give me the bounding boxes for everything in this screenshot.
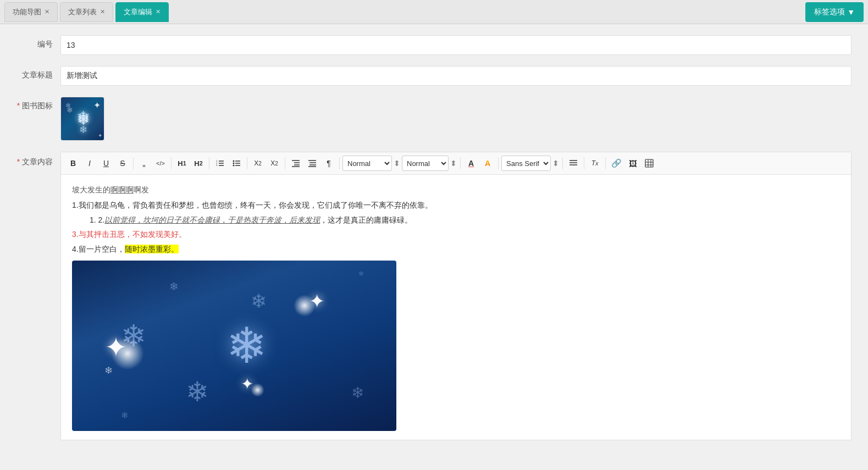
editor-line1: 坡大发生的啊啊啊啊发 [72, 184, 840, 196]
toolbar-sep-5 [285, 157, 285, 169]
title-row: 文章标题 [16, 66, 852, 86]
subscript-button[interactable]: X2 [250, 156, 266, 171]
unordered-list-button[interactable] [229, 156, 244, 171]
svg-point-10 [233, 163, 235, 164]
title-input[interactable] [60, 66, 852, 86]
editor-toolbar: B I U S „ </> H1 H2 1. 2. [61, 152, 851, 175]
svg-point-9 [233, 161, 235, 162]
book-icon-upload[interactable]: ❄ ❄ ❄ ✦ ✦ [60, 97, 104, 141]
svg-rect-23 [645, 159, 653, 167]
book-icon-image: ❄ ❄ ❄ ✦ ✦ [61, 97, 104, 141]
font-family-select[interactable]: Sans Serif Serif Monospace [501, 156, 551, 171]
tab-article-list-label: 文章列表 [68, 7, 97, 17]
toolbar-sep-3 [209, 157, 209, 169]
toolbar-sep-4 [247, 157, 247, 169]
blockquote-button[interactable]: „ [136, 156, 152, 171]
superscript-button[interactable]: X2 [267, 156, 282, 171]
paragraph-button[interactable]: ¶ [321, 156, 336, 171]
tab-func-nav-label: 功能导图 [13, 7, 41, 17]
content-label: 文章内容 [16, 152, 60, 167]
code-button[interactable]: </> [153, 156, 168, 171]
editor-line2a: 1. 2.以前觉得，坎坷的日子就不会庸碌，于是热衷于奔波，后来发现，这才是真正的… [90, 214, 840, 226]
snowflake-icon-5: ❄ [351, 381, 364, 406]
tag-select-button[interactable]: 标签选项 ▼ [805, 2, 864, 22]
tab-article-list-close[interactable]: ✕ [100, 8, 105, 15]
tab-func-nav-close[interactable]: ✕ [45, 8, 49, 15]
snowflake-icon-9: ❄ [358, 269, 364, 279]
book-icon-container: ❄ ❄ ❄ ✦ ✦ [60, 97, 104, 141]
editor-line4: 4.留一片空白，随时浓墨重彩。 [72, 243, 840, 255]
tabs-container: 功能导图 ✕ 文章列表 ✕ 文章编辑 ✕ [4, 2, 169, 22]
toolbar-sep-2 [171, 157, 172, 169]
glare-1 [111, 337, 144, 370]
line-height-select[interactable]: Normal 1.5 2.0 [402, 156, 449, 171]
image-button[interactable]: 🖼 [625, 156, 640, 171]
italic-button[interactable]: I [82, 156, 97, 171]
content-row: 文章内容 B I U S „ </> H1 H2 [16, 152, 852, 440]
toolbar-sep-10 [584, 157, 584, 169]
icon-label: 图书图标 [16, 97, 60, 111]
tab-article-list[interactable]: 文章列表 ✕ [60, 2, 113, 22]
editor-line1-underline: 啊啊啊 [110, 185, 134, 194]
indent-increase-button[interactable] [305, 156, 320, 171]
editor-image[interactable]: ❄ ❄ ❄ ❄ ❄ ❄ ✦ ✦ ✦ ❄ ❄ ❄ [72, 261, 396, 431]
link-button[interactable]: 🔗 [609, 156, 624, 171]
snowflake-icon-3: ❄ [186, 370, 209, 414]
strikethrough-button[interactable]: S [115, 156, 130, 171]
glare-2 [294, 295, 316, 317]
chevron-down-icon: ▼ [847, 8, 855, 16]
toolbar-sep-8 [498, 157, 499, 169]
tab-article-edit-close[interactable]: ✕ [156, 8, 161, 15]
icon-row: 图书图标 ❄ ❄ ❄ ✦ ✦ [16, 97, 852, 141]
table-button[interactable] [642, 156, 657, 171]
underline-button[interactable]: U [98, 156, 114, 171]
editor-line2: 1.我们都是乌龟，背负着责任和梦想，也曾怨愤，终有一天，你会发现，它们成了你唯一… [72, 199, 840, 211]
tab-article-edit-label: 文章编辑 [124, 7, 152, 17]
snowflake-icon-4: ❄ [251, 286, 267, 317]
font-size-select[interactable]: Normal Heading 1 Heading 2 [342, 156, 392, 171]
svg-text:3.: 3. [216, 164, 218, 167]
h2-button[interactable]: H2 [191, 156, 206, 171]
editor-italic-text: 以前觉得，坎坷的日子就不会庸碌，于是热衷于奔波，后来发现 [104, 215, 320, 224]
main-content: 编号 文章标题 图书图标 ❄ ❄ ❄ ✦ ✦ 文章内容 [0, 24, 868, 470]
ordered-list-button[interactable]: 1. 2. 3. [212, 156, 228, 171]
id-row: 编号 [16, 35, 852, 55]
toolbar-sep-7 [460, 157, 461, 169]
tab-func-nav[interactable]: 功能导图 ✕ [4, 2, 58, 22]
editor-wrapper: B I U S „ </> H1 H2 1. 2. [60, 152, 852, 440]
title-label: 文章标题 [16, 66, 60, 80]
tab-bar: 功能导图 ✕ 文章列表 ✕ 文章编辑 ✕ 标签选项 ▼ [0, 0, 868, 24]
id-input[interactable] [60, 35, 852, 55]
tab-article-edit[interactable]: 文章编辑 ✕ [115, 2, 169, 22]
font-color-button[interactable]: A [463, 156, 479, 171]
h1-button[interactable]: H1 [174, 156, 190, 171]
svg-point-11 [233, 165, 235, 167]
highlight-button[interactable]: A [480, 156, 495, 171]
toolbar-sep-11 [605, 157, 606, 169]
editor-line3: 3.与其抨击丑恶，不如发现美好。 [72, 228, 840, 240]
id-label: 编号 [16, 35, 60, 49]
glare-3 [251, 383, 264, 397]
indent-decrease-button[interactable] [288, 156, 303, 171]
clear-format-button[interactable]: Tx [587, 156, 602, 171]
editor-content[interactable]: 坡大发生的啊啊啊啊发 1.我们都是乌龟，背负着责任和梦想，也曾怨愤，终有一天，你… [61, 175, 851, 440]
toolbar-sep-1 [133, 157, 134, 169]
toolbar-sep-6 [339, 157, 340, 169]
align-button[interactable] [566, 156, 581, 171]
bold-button[interactable]: B [65, 156, 81, 171]
editor-highlighted-text: 随时浓墨重彩。 [125, 245, 179, 253]
toolbar-sep-9 [562, 157, 563, 169]
snowflake-icon-7: ❄ [169, 278, 179, 295]
snowflake-icon-8: ❄ [121, 408, 128, 423]
